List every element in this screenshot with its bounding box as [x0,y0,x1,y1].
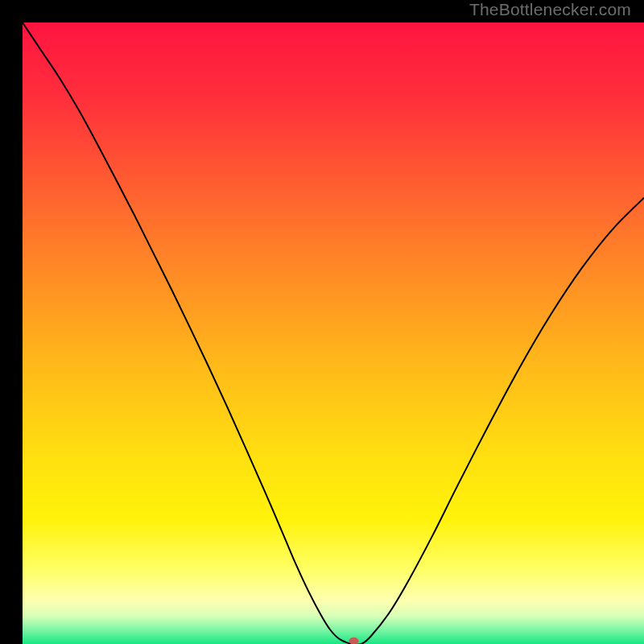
chart-frame [11,11,633,633]
watermark-text: TheBottlenecker.com [469,0,631,19]
chart-svg [23,23,644,644]
chart-background [23,23,644,644]
